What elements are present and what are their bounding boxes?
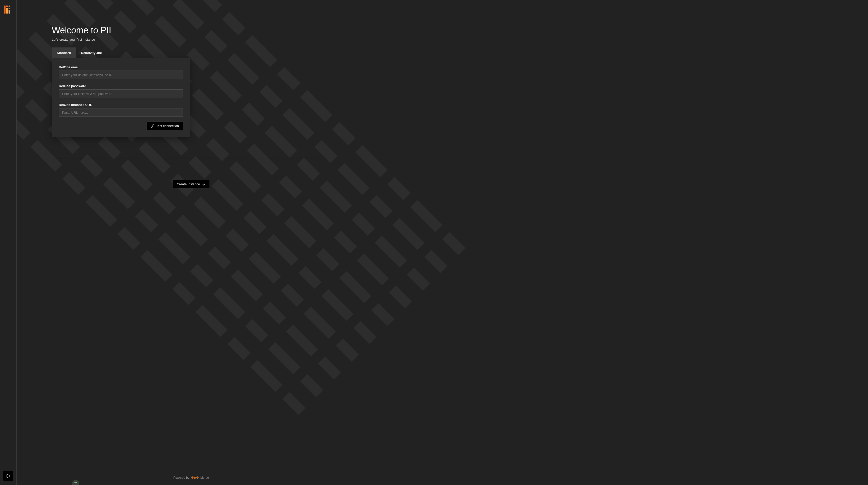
powered-by-label: Powered by — [173, 476, 189, 480]
arrow-right-icon — [202, 183, 206, 186]
main-content: Welcome to PII Let's create your first i… — [17, 0, 868, 485]
tabs: Standard RelativityOne — [52, 47, 190, 58]
email-input[interactable] — [59, 70, 183, 79]
url-label: RelOne Instance URL — [59, 103, 183, 107]
mountain-icon — [74, 481, 78, 484]
password-input[interactable] — [59, 89, 183, 98]
create-instance-button[interactable]: Create Instance — [173, 180, 210, 188]
footer: Powered by Morae — [52, 476, 331, 480]
link-icon — [151, 124, 154, 128]
email-label: RelOne email — [59, 65, 183, 69]
page-title: Welcome to PII — [52, 25, 868, 36]
footer-brand: Morae — [200, 476, 209, 480]
logout-button[interactable] — [3, 471, 13, 481]
create-instance-label: Create Instance — [177, 182, 200, 186]
app-logo — [4, 5, 12, 13]
tab-relativityone[interactable]: RelativityOne — [76, 47, 107, 58]
test-connection-label: Test connection — [156, 124, 179, 128]
divider — [52, 159, 331, 159]
morae-logo-icon — [191, 477, 198, 479]
sidebar — [0, 0, 17, 485]
logout-icon — [6, 474, 10, 478]
tab-standard[interactable]: Standard — [52, 47, 76, 58]
page-subtitle: Let's create your first instance — [52, 38, 868, 41]
password-label: RelOne password — [59, 84, 183, 88]
url-input[interactable] — [59, 108, 183, 117]
instance-form-card: RelOne email RelOne password RelOne Inst… — [52, 58, 190, 137]
test-connection-button[interactable]: Test connection — [147, 122, 183, 130]
